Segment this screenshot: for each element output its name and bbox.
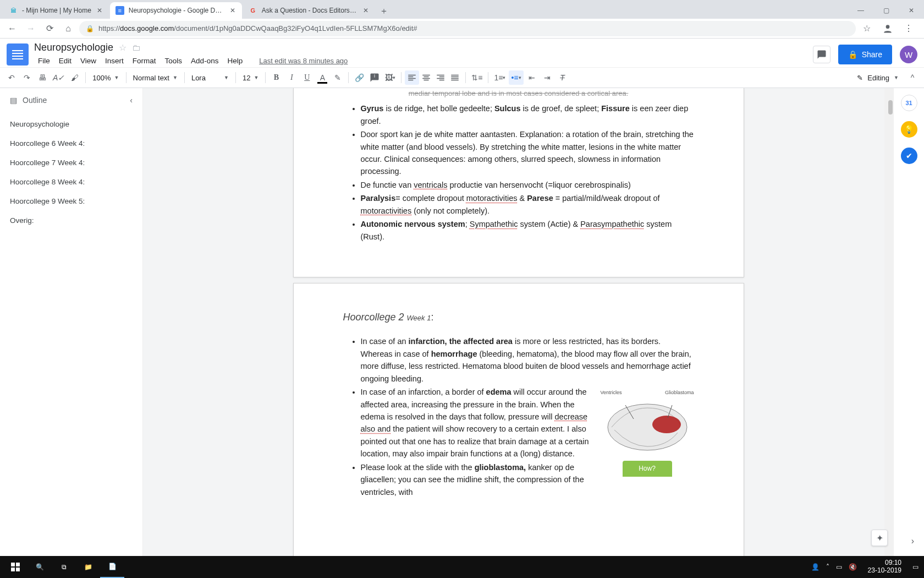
text: mediar temporal lobe and is in most case…	[343, 88, 694, 99]
undo-button[interactable]: ↶	[4, 70, 19, 85]
outline-item[interactable]: Hoorcollege 8 Week 4:	[0, 172, 142, 192]
tray-chevron-icon[interactable]: ˄	[826, 563, 829, 571]
align-left-button[interactable]	[405, 70, 419, 85]
close-tab-icon[interactable]: ✕	[362, 7, 370, 14]
close-tab-icon[interactable]: ✕	[229, 7, 237, 14]
file-explorer-icon[interactable]: 📁	[76, 556, 100, 578]
browser-menu-icon[interactable]: ⋮	[901, 21, 916, 36]
highlight-color-button[interactable]: ✎	[331, 70, 345, 85]
outline-item[interactable]: Hoorcollege 6 Week 4:	[0, 134, 142, 153]
address-bar[interactable]: 🔒 https://docs.google.com/document/d/1pN…	[79, 21, 856, 36]
explore-button[interactable]: ✦	[871, 530, 888, 546]
spellcheck-button[interactable]: A✓	[51, 70, 67, 85]
menu-file[interactable]: File	[34, 54, 54, 67]
app-icon[interactable]: 📄	[100, 556, 124, 578]
decrease-indent-button[interactable]: ⇤	[525, 70, 539, 85]
start-button[interactable]	[3, 556, 28, 578]
document-title[interactable]: Neuropsychologie	[34, 42, 113, 53]
favicon-myhome: 🏛	[9, 6, 18, 15]
scrollbar[interactable]	[884, 88, 894, 556]
bulleted-list-button[interactable]: •≡▾	[509, 70, 523, 85]
scrollbar-thumb[interactable]	[888, 100, 893, 114]
bookmark-star-icon[interactable]: ☆	[859, 21, 875, 36]
menu-help[interactable]: Help	[223, 54, 246, 67]
menu-edit[interactable]: Edit	[55, 54, 75, 67]
separator	[85, 72, 86, 83]
menu-insert[interactable]: Insert	[101, 54, 128, 67]
back-button[interactable]: ←	[4, 21, 20, 36]
align-right-button[interactable]	[433, 70, 448, 85]
tab-googledocs[interactable]: ≡ Neuropsychologie - Google Docs ✕	[110, 2, 242, 19]
collapse-toolbar-button[interactable]: ^	[905, 70, 920, 85]
numbered-list-button[interactable]: 1≡▾	[492, 70, 508, 85]
insert-link-button[interactable]: 🔗	[352, 70, 366, 85]
bold-button[interactable]: B	[269, 70, 283, 85]
window-close[interactable]: ✕	[899, 2, 924, 19]
font-family-select[interactable]: Lora▼	[188, 74, 232, 82]
profile-icon[interactable]	[880, 21, 895, 36]
home-button[interactable]: ⌂	[61, 21, 76, 36]
account-avatar[interactable]: W	[900, 46, 917, 63]
italic-button[interactable]: I	[284, 70, 299, 85]
text-color-button[interactable]: A	[315, 70, 329, 85]
document-page[interactable]: Hoorcollege 2 Week 1: In case of an infa…	[293, 283, 744, 556]
outline-item[interactable]: Neuropsychologie	[0, 114, 142, 134]
tasks-addon-icon[interactable]: ✔	[901, 148, 917, 164]
volume-muted-icon[interactable]: 🔇	[849, 563, 857, 571]
tab-help[interactable]: G Ask a Question - Docs Editors He ✕	[243, 2, 375, 19]
window-maximize[interactable]: ▢	[873, 2, 899, 19]
menu-tools[interactable]: Tools	[161, 54, 186, 67]
insert-comment-button[interactable]	[367, 70, 382, 85]
share-label: Share	[862, 50, 882, 59]
paragraph-style-select[interactable]: Normal text▼	[130, 74, 181, 82]
tab-myhome[interactable]: 🏛 - Mijn Home | My Home ✕	[3, 2, 109, 19]
keep-addon-icon[interactable]: 💡	[901, 121, 917, 138]
people-icon[interactable]: 👤	[811, 563, 820, 571]
new-tab-button[interactable]: ＋	[376, 3, 392, 19]
clock[interactable]: 09:10 23-10-2019	[864, 559, 906, 575]
menu-addons[interactable]: Add-ons	[187, 54, 222, 67]
notifications-icon[interactable]: ▭	[912, 563, 919, 571]
editing-mode-select[interactable]: ✎ Editing ▼	[857, 74, 904, 82]
calendar-addon-icon[interactable]: 31	[901, 95, 917, 111]
forward-button[interactable]: →	[23, 21, 38, 36]
outline-item[interactable]: Overig:	[0, 211, 142, 230]
move-folder-icon[interactable]: 🗀	[132, 43, 141, 53]
paint-format-button[interactable]: 🖌	[68, 70, 82, 85]
line-spacing-button[interactable]: ⇅≡	[469, 70, 485, 85]
window-minimize[interactable]: —	[848, 2, 873, 19]
close-tab-icon[interactable]: ✕	[96, 7, 103, 14]
favicon-google: G	[249, 6, 257, 15]
search-button[interactable]: 🔍	[28, 556, 52, 578]
zoom-select[interactable]: 100%▼	[89, 74, 122, 82]
insert-image-button[interactable]: 🖼▾	[383, 70, 398, 85]
outline-item[interactable]: Hoorcollege 9 Week 5:	[0, 192, 142, 211]
show-side-panel-icon[interactable]: ›	[911, 536, 914, 546]
menu-view[interactable]: View	[76, 54, 100, 67]
open-comments-button[interactable]	[813, 46, 831, 63]
share-button[interactable]: 🔒 Share	[838, 45, 892, 64]
chevron-down-icon: ▼	[173, 75, 178, 80]
clear-formatting-button[interactable]: T	[556, 70, 570, 85]
menu-bar: File Edit View Insert Format Tools Add-o…	[34, 54, 813, 67]
collapse-outline-icon[interactable]: ‹	[130, 96, 133, 105]
system-tray[interactable]: 👤 ˄ ▭ 🔇 09:10 23-10-2019 ▭	[811, 559, 921, 575]
underline-button[interactable]: U	[300, 70, 314, 85]
star-icon[interactable]: ☆	[119, 42, 127, 53]
print-button[interactable]: 🖶	[35, 70, 50, 85]
outline-item[interactable]: Hoorcollege 7 Week 4:	[0, 153, 142, 172]
svg-rect-5	[11, 563, 15, 566]
document-page[interactable]: mediar temporal lobe and is in most case…	[293, 88, 744, 277]
reload-button[interactable]: ⟳	[42, 21, 57, 36]
align-justify-button[interactable]	[448, 70, 462, 85]
network-icon[interactable]: ▭	[836, 563, 842, 571]
redo-button[interactable]: ↷	[20, 70, 34, 85]
font-size-select[interactable]: 12▼	[239, 74, 262, 82]
menu-format[interactable]: Format	[129, 54, 160, 67]
align-center-button[interactable]	[419, 70, 433, 85]
docs-logo-icon[interactable]	[7, 43, 29, 66]
task-view-button[interactable]: ⧉	[52, 556, 76, 578]
increase-indent-button[interactable]: ⇥	[540, 70, 554, 85]
document-canvas[interactable]: mediar temporal lobe and is in most case…	[143, 88, 894, 556]
last-edit-link[interactable]: Last edit was 8 minutes ago	[255, 54, 351, 67]
